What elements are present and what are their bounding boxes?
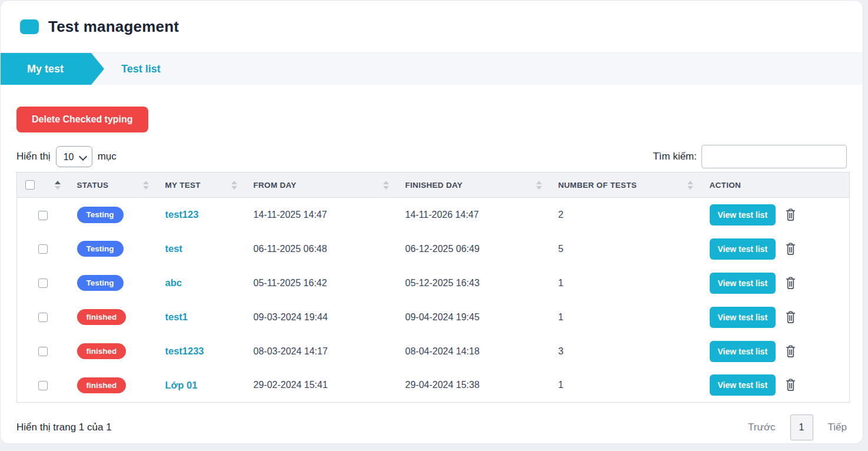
length-menu-suffix: mục [98, 151, 117, 163]
trash-icon[interactable] [784, 344, 797, 359]
sort-icons [143, 181, 149, 190]
number-of-tests-cell: 1 [550, 266, 701, 300]
table-row: Testing test123 14-11-2025 14:47 14-11-2… [17, 198, 850, 232]
row-checkbox[interactable] [38, 313, 48, 322]
table-row: finished Lớp 01 29-02-2024 15:41 29-04-2… [17, 369, 850, 403]
table-header-row: STATUS MY TEST FROM DAY FINISHED DAY [17, 173, 850, 198]
from-day-cell: 09-03-2024 19:44 [245, 300, 397, 334]
search-label: Tìm kiếm: [653, 151, 697, 163]
sort-icons [383, 181, 389, 190]
table-footer: Hiển thị trang 1 của 1 Trước 1 Tiếp [16, 403, 847, 440]
length-select-wrap: 10 [56, 146, 92, 167]
column-header-from-day[interactable]: FROM DAY [245, 173, 397, 198]
trash-icon[interactable] [784, 208, 797, 222]
finished-day-cell: 14-11-2026 14:47 [397, 198, 550, 232]
number-of-tests-cell: 3 [550, 334, 701, 369]
table-body: Testing test123 14-11-2025 14:47 14-11-2… [17, 198, 850, 403]
test-name-link[interactable]: Lớp 01 [165, 380, 198, 390]
test-name-link[interactable]: test [165, 243, 182, 254]
test-name-link[interactable]: abc [165, 277, 182, 288]
finished-day-cell: 29-04-2024 15:38 [397, 369, 550, 403]
column-header-finished-day[interactable]: FINISHED DAY [397, 173, 550, 198]
table-row: finished test1 09-03-2024 19:44 09-04-20… [17, 300, 850, 334]
tab-bar: My test Test list [1, 52, 863, 85]
trash-icon[interactable] [784, 310, 797, 324]
view-test-list-button[interactable]: View test list [710, 204, 776, 226]
finished-day-cell: 09-04-2024 19:45 [397, 300, 550, 334]
length-menu: Hiển thị 10 mục [16, 146, 117, 167]
view-test-list-button[interactable]: View test list [710, 238, 776, 260]
view-test-list-button[interactable]: View test list [710, 273, 776, 294]
table-row: Testing abc 05-11-2025 16:42 05-12-2025 … [17, 266, 850, 300]
row-checkbox[interactable] [38, 244, 48, 254]
row-checkbox[interactable] [38, 211, 48, 220]
row-checkbox[interactable] [38, 381, 48, 390]
number-of-tests-cell: 5 [550, 232, 701, 266]
column-header-number-of-tests[interactable]: NUMBER OF TESTS [550, 173, 701, 198]
tab-test-list-label: Test list [121, 63, 161, 75]
column-header-my-test[interactable]: MY TEST [157, 173, 245, 198]
content-area: Delete Checked typing Hiển thị 10 mục Tì… [1, 85, 863, 440]
row-checkbox[interactable] [38, 347, 48, 356]
status-badge: Testing [77, 275, 124, 291]
trash-icon[interactable] [784, 276, 797, 290]
pagination-next[interactable]: Tiếp [828, 422, 847, 433]
sort-icons [55, 181, 61, 190]
status-badge: finished [77, 343, 127, 360]
test-name-link[interactable]: test123 [165, 209, 199, 220]
page-info: Hiển thị trang 1 của 1 [16, 422, 112, 433]
table-controls: Hiển thị 10 mục Tìm kiếm: [16, 145, 847, 168]
test-name-link[interactable]: test1233 [165, 346, 204, 356]
tab-my-test[interactable]: My test [1, 53, 104, 85]
pagination: Trước 1 Tiếp [748, 414, 847, 440]
trash-icon[interactable] [784, 378, 797, 392]
tab-my-test-label: My test [27, 63, 64, 75]
number-of-tests-cell: 2 [550, 198, 701, 232]
row-checkbox[interactable] [38, 278, 48, 288]
finished-day-cell: 06-12-2025 06:49 [397, 232, 550, 266]
title-square-icon [20, 19, 39, 34]
length-menu-prefix: Hiển thị [16, 151, 51, 163]
view-test-list-button[interactable]: View test list [710, 341, 776, 362]
finished-day-cell: 08-04-2024 14:18 [397, 334, 550, 369]
column-header-action: ACTION [701, 173, 850, 198]
from-day-cell: 29-02-2024 15:41 [245, 369, 397, 403]
number-of-tests-cell: 1 [550, 300, 701, 334]
tab-test-list[interactable]: Test list [121, 53, 161, 85]
pagination-current-page[interactable]: 1 [790, 414, 813, 440]
table-row: Testing test 06-11-2025 06:48 06-12-2025… [17, 232, 850, 266]
pagination-previous[interactable]: Trước [748, 422, 775, 433]
table-row: finished test1233 08-03-2024 14:17 08-04… [17, 334, 850, 369]
test-name-link[interactable]: test1 [165, 311, 188, 322]
status-badge: Testing [77, 207, 124, 223]
finished-day-cell: 05-12-2025 16:43 [397, 266, 550, 300]
length-select[interactable]: 10 [56, 146, 92, 167]
search-input[interactable] [701, 145, 847, 168]
status-badge: Testing [77, 241, 124, 257]
status-badge: finished [77, 377, 127, 394]
select-all-checkbox[interactable] [25, 180, 35, 190]
sort-icons [687, 181, 693, 190]
test-management-panel: Test management My test Test list Delete… [0, 0, 863, 444]
trash-icon[interactable] [784, 242, 797, 256]
sort-icons [536, 181, 542, 190]
column-header-select[interactable] [17, 173, 69, 198]
from-day-cell: 14-11-2025 14:47 [245, 198, 397, 232]
delete-checked-button[interactable]: Delete Checked typing [16, 107, 148, 132]
from-day-cell: 05-11-2025 16:42 [245, 266, 397, 300]
search-box: Tìm kiếm: [653, 145, 847, 168]
number-of-tests-cell: 1 [550, 369, 701, 403]
view-test-list-button[interactable]: View test list [710, 307, 776, 328]
sort-icons [231, 181, 237, 190]
page-title: Test management [48, 18, 179, 36]
view-test-list-button[interactable]: View test list [710, 374, 776, 396]
from-day-cell: 06-11-2025 06:48 [245, 232, 397, 266]
column-header-status[interactable]: STATUS [69, 173, 157, 198]
tests-table: STATUS MY TEST FROM DAY FINISHED DAY [16, 172, 850, 403]
from-day-cell: 08-03-2024 14:17 [245, 334, 397, 369]
status-badge: finished [77, 309, 127, 326]
page-header: Test management [1, 1, 863, 52]
